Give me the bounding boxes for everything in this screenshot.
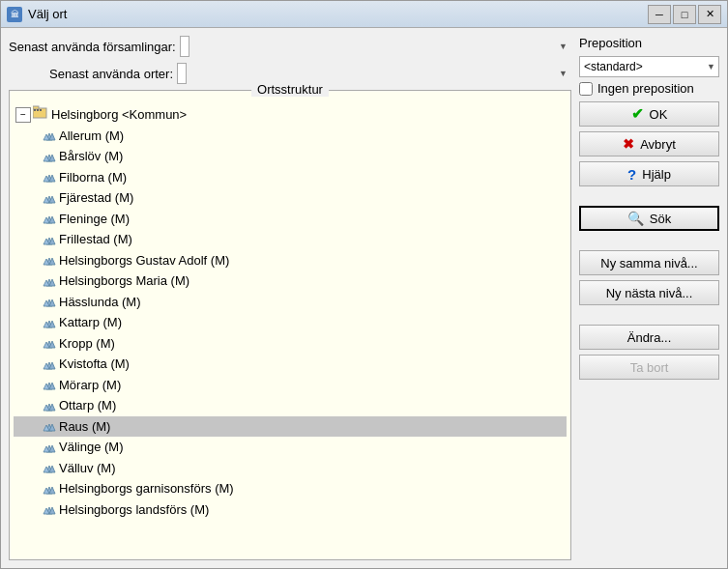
- ingen-preposition-checkbox[interactable]: [579, 82, 593, 96]
- tree-item-label: Bårslöv (M): [59, 147, 123, 166]
- tree-item[interactable]: Välluv (M): [14, 458, 567, 479]
- maximize-button[interactable]: □: [673, 5, 696, 24]
- tree-item[interactable]: Helsingborgs garnisonsförs (M): [14, 478, 567, 499]
- tree-expand-root[interactable]: −: [15, 107, 31, 123]
- window-icon: 🏛: [7, 7, 22, 22]
- new-next-level-button[interactable]: Ny nästa nivå...: [579, 280, 719, 305]
- tree-item-label: Helsingborgs landsförs (M): [59, 500, 209, 520]
- parishes-row: Senast använda församlingar:: [9, 36, 571, 57]
- ok-button[interactable]: ✔ OK: [579, 101, 719, 127]
- mountain-icon: [43, 441, 56, 453]
- tree-item-label: Frillestad (M): [59, 230, 132, 249]
- tree-root-item[interactable]: − Helsingborg <Kommun>: [14, 104, 567, 126]
- mountain-icon: [43, 337, 56, 349]
- tree-item-label: Allerum (M): [59, 127, 124, 146]
- tree-item[interactable]: Kvistofta (M): [14, 354, 567, 375]
- places-select-wrapper: [177, 63, 571, 84]
- tree-group-box: Ortsstruktur −: [9, 90, 571, 560]
- tree-item-label: Helsingborgs Maria (M): [59, 271, 189, 291]
- mountain-icon: [43, 420, 56, 432]
- tree-item[interactable]: Allerum (M): [14, 126, 567, 147]
- minimize-button[interactable]: ─: [648, 5, 671, 24]
- title-bar: 🏛 Välj ort ─ □ ✕: [1, 1, 727, 28]
- tree-item[interactable]: Bårslöv (M): [14, 146, 567, 167]
- mountain-icon: [43, 129, 56, 141]
- search-button[interactable]: 🔍 Sök: [579, 206, 719, 231]
- ingen-preposition-label[interactable]: Ingen preposition: [597, 81, 694, 96]
- primary-buttons: ✔ OK ✖ Avbryt ? Hjälp: [579, 101, 719, 186]
- places-row: Senast använda orter:: [9, 63, 571, 84]
- mountain-icon: [43, 234, 56, 245]
- tree-group-title: Ortsstruktur: [251, 82, 329, 97]
- tree-item[interactable]: Helsingborgs Maria (M): [14, 270, 567, 292]
- change-button[interactable]: Ändra...: [579, 325, 719, 350]
- left-panel: Senast använda församlingar: Senast anvä…: [9, 36, 571, 560]
- cancel-button[interactable]: ✖ Avbryt: [579, 131, 719, 156]
- mountain-icon: [43, 400, 56, 412]
- tree-item-label: Hässlunda (M): [59, 293, 141, 312]
- tree-item-label: Kattarp (M): [59, 313, 122, 332]
- tree-item[interactable]: Helsingborgs Gustav Adolf (M): [14, 250, 567, 271]
- tree-item-label: Välluv (M): [59, 459, 116, 478]
- title-buttons: ─ □ ✕: [648, 5, 721, 24]
- mountain-icon: [43, 317, 56, 328]
- tree-item-label: Ottarp (M): [59, 396, 116, 415]
- new-next-level-label: Ny nästa nivå...: [606, 286, 693, 300]
- mountain-icon: [43, 379, 56, 390]
- mountain-icon: [43, 213, 56, 224]
- tree-item[interactable]: Ottarp (M): [14, 395, 567, 416]
- preposition-combo-wrapper: <standard> i på vid av: [579, 56, 719, 77]
- tree-item-label: Fjärestad (M): [59, 188, 133, 208]
- help-icon: ?: [627, 166, 636, 183]
- tree-area[interactable]: − Helsingborg <Kommun>: [10, 99, 570, 559]
- help-button[interactable]: ? Hjälp: [579, 161, 719, 186]
- tree-item[interactable]: Helsingborgs landsförs (M): [14, 499, 567, 521]
- close-button[interactable]: ✕: [698, 5, 721, 24]
- delete-label: Ta bort: [630, 360, 669, 375]
- mountain-icon: [43, 483, 56, 495]
- svg-rect-4: [40, 109, 42, 111]
- tree-item[interactable]: Välinge (M): [14, 437, 567, 458]
- tree-item[interactable]: Raus (M): [14, 416, 567, 438]
- tree-item-label: Kropp (M): [59, 334, 115, 354]
- tree-item[interactable]: Kattarp (M): [14, 312, 567, 333]
- tree-item[interactable]: Kropp (M): [14, 333, 567, 355]
- search-button-group: 🔍 Sök: [579, 206, 719, 231]
- right-panel: Preposition <standard> i på vid av Ingen…: [579, 36, 719, 560]
- preposition-section: Preposition <standard> i på vid av Ingen…: [579, 36, 719, 96]
- cancel-label: Avbryt: [640, 137, 676, 152]
- preposition-label: Preposition: [579, 36, 719, 50]
- window-title: Välj ort: [28, 7, 648, 21]
- tree-item-label: Fleninge (M): [59, 210, 130, 229]
- tree-item[interactable]: Fleninge (M): [14, 209, 567, 230]
- parishes-select-wrapper: [180, 36, 571, 57]
- main-window: 🏛 Välj ort ─ □ ✕ Senast använda församli…: [0, 0, 728, 569]
- parishes-label: Senast använda församlingar:: [9, 40, 176, 54]
- mountain-icon: [43, 503, 56, 515]
- mountain-icon: [43, 254, 56, 266]
- preposition-select[interactable]: <standard> i på vid av: [579, 56, 719, 77]
- tree-item-label: Välinge (M): [59, 438, 123, 457]
- tree-item[interactable]: Fjärestad (M): [14, 187, 567, 209]
- mountain-icon: [43, 275, 56, 287]
- tree-item-label: Helsingborgs garnisonsförs (M): [59, 479, 234, 498]
- svg-rect-3: [37, 109, 39, 111]
- tree-item-label: Raus (M): [59, 417, 110, 437]
- tree-item[interactable]: Frillestad (M): [14, 229, 567, 250]
- search-icon: 🔍: [627, 211, 644, 226]
- tree-item-label: Helsingborgs Gustav Adolf (M): [59, 251, 229, 270]
- parishes-select[interactable]: [180, 36, 189, 57]
- ok-label: OK: [650, 107, 668, 122]
- new-same-level-button[interactable]: Ny samma nivå...: [579, 250, 719, 275]
- delete-button[interactable]: Ta bort: [579, 355, 719, 380]
- mountain-icon: [43, 296, 56, 307]
- change-label: Ändra...: [627, 330, 672, 345]
- edit-buttons: Ändra... Ta bort: [579, 325, 719, 380]
- places-select[interactable]: [177, 63, 187, 84]
- tree-item[interactable]: Filborna (M): [14, 167, 567, 188]
- root-folder-icon: [33, 105, 48, 125]
- tree-item[interactable]: Mörarp (M): [14, 375, 567, 396]
- tree-children: Allerum (M) Bårslöv (M) Filborna (M) Fjä…: [14, 126, 567, 521]
- places-label: Senast använda orter:: [9, 67, 173, 81]
- tree-item[interactable]: Hässlunda (M): [14, 292, 567, 313]
